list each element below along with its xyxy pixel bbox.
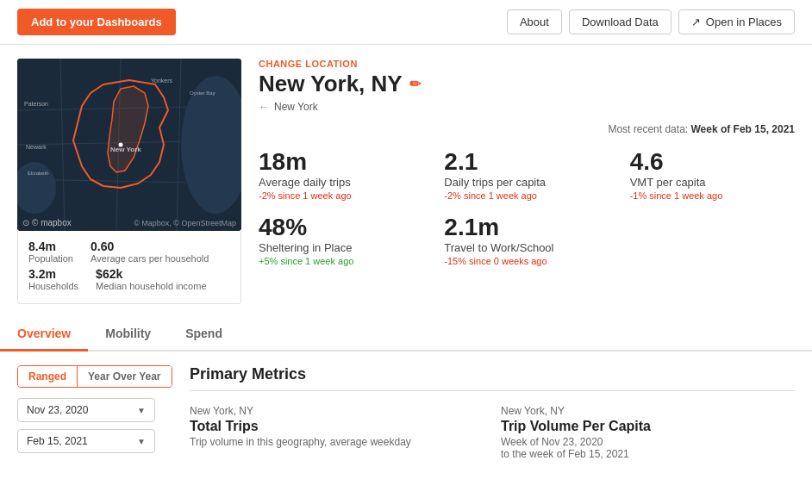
right-panel: Change Location New York, NY ✏ ← New Yor… [259,59,795,304]
date-to-chevron-icon: ▼ [137,437,146,446]
date-to-value: Feb 15, 2021 [27,435,88,447]
metric-value-1: 2.1 [444,149,609,176]
population-stat: 8.4m Population [28,240,73,264]
add-dashboard-button[interactable]: Add to your Dashboards [17,9,176,35]
tab-mobility[interactable]: Mobility [88,318,168,352]
metrics-grid: 18m Average daily trips -2% since 1 week… [259,149,795,266]
city-name: New York, NY [259,71,403,97]
edit-location-icon[interactable]: ✏ [409,76,421,92]
metric-change-1: -2% since 1 week ago [444,190,609,201]
date-to-select[interactable]: Feb 15, 2021 ▼ [17,429,155,453]
metric-item-0: 18m Average daily trips -2% since 1 week… [259,149,423,201]
metric-value-2: 4.6 [630,149,795,176]
section-divider [190,390,795,391]
metric-value-0: 18m [259,149,423,176]
svg-text:Elizabeth: Elizabeth [28,171,49,176]
metrics-cards: New York, NY Total Trips Trip volume in … [190,405,795,460]
metric-item-2: 4.6 VMT per capita -1% since 1 week ago [630,149,795,201]
main-content: Paterson Yonkers Oyster Bay Newark Eliza… [0,45,812,318]
metric-label-0: Average daily trips [259,176,423,189]
card-title-0: Total Trips [190,419,484,434]
svg-text:Oyster Bay: Oyster Bay [190,90,215,96]
metric-item-1: 2.1 Daily trips per capita -2% since 1 w… [444,149,609,201]
breadcrumb-link[interactable]: New York [274,101,318,113]
metric-card-1: New York, NY Trip Volume Per Capita Week… [501,405,795,460]
households-stat: 3.2m Households [28,267,78,291]
mapbox-attribution: ⊙ © mapbox [22,218,72,227]
yoy-filter-button[interactable]: Year Over Year [77,366,172,387]
svg-point-17 [119,143,123,147]
toolbar-right-buttons: About Download Data ↗ Open in Places [507,9,795,34]
tabs-container: OverviewMobilitySpend [0,318,812,352]
date-from-value: Nov 23, 2020 [27,404,88,416]
svg-text:Paterson: Paterson [24,101,48,107]
filter-panel: Ranged Year Over Year Nov 23, 2020 ▼ Feb… [17,365,190,460]
date-from-select[interactable]: Nov 23, 2020 ▼ [17,398,155,422]
map-container[interactable]: Paterson Yonkers Oyster Bay Newark Eliza… [17,59,241,231]
data-date: Most recent data: Week of Feb 15, 2021 [259,123,795,135]
metric-label-4: Travel to Work/School [444,241,609,254]
avg-cars-label: Average cars per household [91,253,209,264]
population-label: Population [28,253,73,264]
avg-cars-value: 0.60 [91,240,209,253]
metric-item-3: 48% Sheltering in Place +5% since 1 week… [259,215,423,266]
households-label: Households [28,281,78,291]
metric-change-0: -2% since 1 week ago [259,190,423,201]
primary-metrics-title: Primary Metrics [190,365,795,383]
download-data-button[interactable]: Download Data [569,9,671,34]
card-title-1: Trip Volume Per Capita [501,419,795,434]
metric-label-3: Sheltering in Place [259,241,423,254]
ranged-filter-button[interactable]: Ranged [18,366,77,387]
card-desc-0: Trip volume in this geography, average w… [190,436,484,448]
svg-text:New York: New York [110,146,141,153]
change-location-label[interactable]: Change Location [259,59,795,69]
map-copyright: © Mapbox, © OpenStreetMap [134,219,236,227]
median-income-stat: $62k Median household income [96,267,206,291]
left-panel: Paterson Yonkers Oyster Bay Newark Eliza… [17,59,241,304]
median-income-value: $62k [96,267,206,281]
location-stats-panel: 8.4m Population 0.60 Average cars per ho… [17,231,241,304]
stats-row-1: 8.4m Population 0.60 Average cars per ho… [28,240,230,264]
households-value: 3.2m [28,267,78,281]
metric-label-1: Daily trips per capita [444,176,609,189]
date-from-chevron-icon: ▼ [137,406,146,415]
svg-text:Newark: Newark [26,144,47,150]
bottom-section: Ranged Year Over Year Nov 23, 2020 ▼ Feb… [0,352,812,474]
tab-overview[interactable]: Overview [0,318,88,352]
metric-change-3: +5% since 1 week ago [259,256,423,266]
card-location-0: New York, NY [190,405,484,417]
stats-row-2: 3.2m Households $62k Median household in… [28,267,230,291]
metric-value-3: 48% [259,215,423,241]
population-value: 8.4m [28,240,73,253]
breadcrumb: ← New York [259,101,795,113]
svg-text:Yonkers: Yonkers [151,78,173,84]
open-in-places-button[interactable]: ↗ Open in Places [678,9,795,34]
metric-label-2: VMT per capita [630,176,795,189]
data-date-value: Week of Feb 15, 2021 [690,123,795,135]
tab-spend[interactable]: Spend [168,318,240,352]
location-title: New York, NY ✏ [259,71,795,97]
toolbar: Add to your Dashboards About Download Da… [0,0,812,45]
about-button[interactable]: About [507,9,562,34]
metric-change-4: -15% since 0 weeks ago [444,256,609,266]
mapbox-icon: ⊙ [22,218,29,227]
metric-item-4: 2.1m Travel to Work/School -15% since 0 … [444,215,609,266]
location-header: Change Location New York, NY ✏ ← New Yor… [259,59,795,113]
card-desc-1: Week of Nov 23, 2020to the week of Feb 1… [501,436,795,460]
metric-change-2: -1% since 1 week ago [630,190,795,201]
metric-value-4: 2.1m [444,215,609,241]
external-link-icon: ↗ [691,16,701,28]
breadcrumb-arrow-icon: ← [259,101,269,113]
median-income-label: Median household income [96,281,206,291]
filter-toggle: Ranged Year Over Year [17,365,172,388]
metric-card-0: New York, NY Total Trips Trip volume in … [190,405,484,460]
card-location-1: New York, NY [501,405,795,417]
primary-metrics-section: Primary Metrics New York, NY Total Trips… [190,365,795,460]
avg-cars-stat: 0.60 Average cars per household [91,240,209,264]
